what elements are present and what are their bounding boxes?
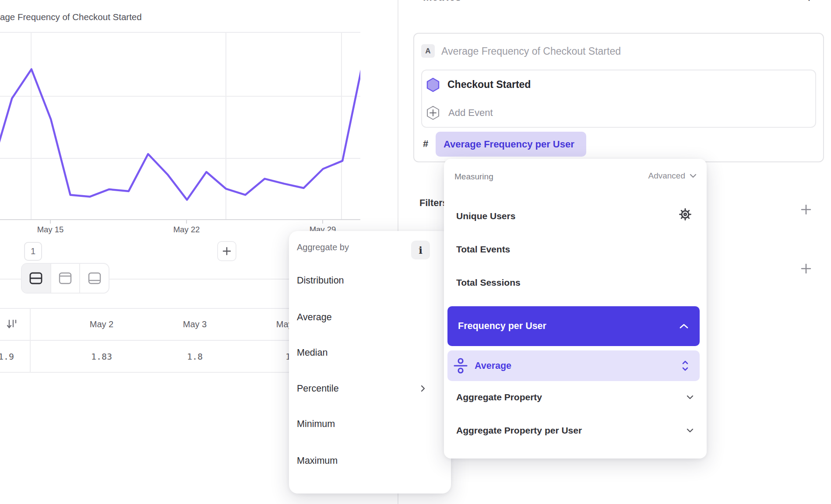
add-metric-button[interactable]: +: [805, 0, 820, 3]
add-breakdown-button[interactable]: [799, 261, 813, 276]
metric-name-input[interactable]: Average Frequency of Checkout Started: [441, 45, 621, 57]
table-header-may2[interactable]: May 2: [80, 318, 123, 330]
filters-section-title: Filters: [419, 198, 448, 209]
table-header-may3[interactable]: May 3: [173, 318, 217, 330]
x-tick-label: May 15: [24, 225, 77, 234]
menu-item-total-sessions[interactable]: Total Sessions: [444, 272, 707, 293]
chevron-down-icon: [686, 394, 694, 400]
chevron-down-icon: [579, 141, 579, 147]
metric-badge: A: [421, 44, 435, 58]
menu-item-distribution[interactable]: Distribution: [289, 270, 451, 291]
layout-split-button[interactable]: [22, 264, 51, 293]
chevron-up-icon: [679, 323, 689, 329]
add-event-button[interactable]: Add Event: [448, 107, 493, 119]
table-column-divider: [30, 308, 31, 373]
info-icon[interactable]: i: [411, 241, 430, 259]
chevron-down-icon: [689, 173, 697, 178]
aggregate-by-menu: Aggregate by i Distribution Average Medi…: [289, 231, 451, 494]
split-horizontal-icon: [28, 270, 44, 286]
event-hexagon-icon: [426, 77, 440, 92]
add-series-button[interactable]: [217, 241, 236, 261]
plus-icon: [800, 262, 812, 275]
layout-toggle-group: [21, 263, 109, 294]
chevron-up-down-icon: [681, 360, 689, 372]
menu-item-total-events[interactable]: Total Events: [444, 239, 707, 260]
chevron-right-icon: [420, 384, 426, 393]
x-axis-tick: [322, 220, 323, 224]
average-division-icon: [453, 357, 468, 374]
plus-icon: [800, 203, 812, 216]
table-cell: 1.9: [0, 350, 17, 363]
line-chart: [0, 32, 360, 220]
menu-item-percentile[interactable]: Percentile: [289, 378, 451, 399]
x-tick-label: May 22: [160, 225, 213, 234]
event-card: [421, 70, 816, 128]
panel-bottom-icon: [87, 270, 102, 286]
event-row-checkout-started[interactable]: Checkout Started: [447, 79, 531, 91]
aggregate-by-header: Aggregate by: [297, 242, 349, 252]
chart-title: age Frequency of Checkout Started: [0, 12, 142, 22]
metrics-section-title: Metrics: [423, 0, 461, 4]
x-axis-tick: [186, 220, 187, 224]
add-filter-button[interactable]: [799, 202, 813, 217]
menu-item-aggregate-property-per-user[interactable]: Aggregate Property per User: [444, 420, 707, 441]
menu-item-median[interactable]: Median: [289, 342, 451, 363]
table-cell: 1.8: [173, 350, 217, 363]
series-count-button[interactable]: 1: [24, 242, 42, 261]
insights-report-view: age Frequency of Checkout Started May 15…: [0, 0, 831, 504]
menu-item-frequency-per-user-selected[interactable]: Frequency per User: [447, 306, 700, 346]
layout-table-only-button[interactable]: [80, 264, 109, 293]
frequency-line: [0, 67, 360, 200]
menu-item-maximum[interactable]: Maximum: [289, 450, 451, 471]
measuring-menu: Measuring Advanced Unique Users Total Ev…: [444, 159, 707, 458]
menu-item-average[interactable]: Average: [289, 307, 451, 328]
numeric-symbol: #: [423, 138, 428, 150]
menu-item-minimum[interactable]: Minimum: [289, 413, 451, 434]
measurement-dropdown[interactable]: Average Frequency per User: [436, 132, 586, 157]
add-event-icon: [426, 105, 440, 121]
sort-descending-icon[interactable]: [6, 318, 19, 331]
gear-icon[interactable]: [678, 207, 693, 222]
advanced-mode-selector[interactable]: Advanced: [648, 171, 697, 181]
chevron-down-icon: [686, 427, 694, 434]
layout-chart-only-button[interactable]: [51, 264, 81, 293]
panel-top-icon: [57, 270, 73, 286]
table-cell: 1.83: [80, 350, 123, 363]
menu-subitem-average[interactable]: Average: [447, 350, 700, 381]
plus-icon: [222, 246, 232, 256]
menu-item-unique-users[interactable]: Unique Users: [444, 206, 707, 227]
measuring-header: Measuring: [454, 172, 493, 182]
menu-item-aggregate-property[interactable]: Aggregate Property: [444, 387, 707, 408]
x-axis-tick: [50, 220, 51, 224]
